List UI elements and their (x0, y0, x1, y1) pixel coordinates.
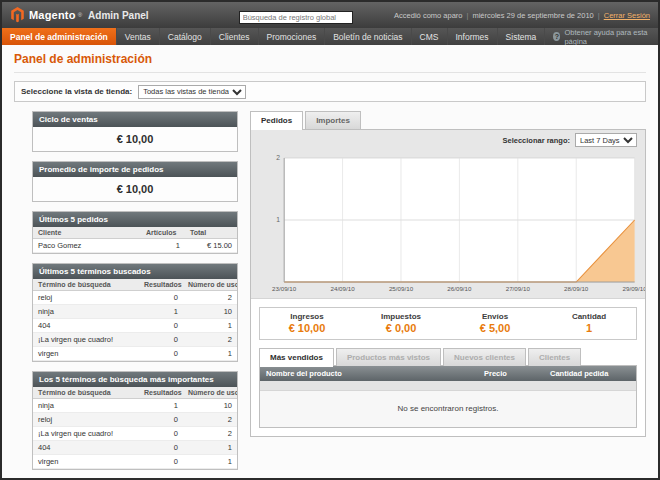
separator: | (466, 11, 468, 20)
store-view-label: Seleccione la vista de tienda: (21, 87, 132, 96)
table-row[interactable]: 404 0 1 (33, 319, 237, 333)
table-row[interactable]: ninja 1 10 (33, 305, 237, 319)
cell-results: 0 (139, 347, 183, 361)
cell-total: € 15.00 (185, 239, 237, 253)
nav-sistema[interactable]: Sistema (498, 28, 546, 45)
table-row[interactable]: 404 0 1 (33, 441, 237, 455)
empty-row-stripe (260, 381, 636, 391)
cell-uses: 2 (183, 427, 237, 441)
nav-cms[interactable]: CMS (412, 28, 448, 45)
tab-nuevos-clientes[interactable]: Nuevos clientes (443, 348, 526, 366)
tab-productos-mas-vistos[interactable]: Productos más vistos (336, 348, 441, 366)
box-title: Últimos 5 términos buscados (33, 264, 237, 279)
cell-results: 0 (139, 333, 183, 347)
nav-clientes[interactable]: Clientes (211, 28, 259, 45)
table-header-row: Término de búsqueda Resultados Número de… (33, 279, 237, 291)
help-link[interactable]: ? Obtener ayuda para esta página (545, 28, 658, 45)
cell-term: reloj (33, 413, 139, 427)
table-row[interactable]: Paco Gomez 1 € 15.00 (33, 239, 237, 253)
nav-ventas[interactable]: Ventas (117, 28, 160, 45)
svg-text:26/09/10: 26/09/10 (447, 285, 472, 292)
box-title: Ciclo de ventas (33, 112, 237, 127)
nav-catalogo[interactable]: Catálogo (160, 28, 211, 45)
stat-value: € 10,00 (262, 322, 352, 334)
table-row[interactable]: reloj 0 2 (33, 291, 237, 305)
table-row[interactable]: reloj 0 2 (33, 413, 237, 427)
stat-envios: Envíos € 5,00 (448, 308, 542, 339)
col-nombre-producto: Nombre del producto (260, 366, 478, 381)
col-resultados: Resultados (139, 279, 183, 291)
brand-name: Magento (29, 9, 76, 21)
cell-term: ninja (33, 399, 139, 413)
dashboard-columns: Ciclo de ventas € 10,00 Promedio de impo… (14, 111, 646, 478)
lifetime-sales-box: Ciclo de ventas € 10,00 (32, 111, 238, 152)
totals-bar: Ingresos € 10,00 Impuestos € 0,00 Envíos… (259, 307, 637, 340)
lifetime-sales-value: € 10,00 (33, 127, 237, 151)
tab-importes[interactable]: Importes (305, 111, 361, 129)
tab-mas-vendidos[interactable]: Más vendidos (259, 348, 334, 366)
stat-value: € 5,00 (450, 322, 540, 334)
brand-subtitle: Admin Panel (88, 10, 149, 21)
store-view-bar: Seleccione la vista de tienda: Todas las… (14, 81, 646, 102)
table-row[interactable]: ¡La virgen que cuadro! 0 2 (33, 427, 237, 441)
dashboard-main: Pedidos Importes Seleccionar rango: Last… (250, 111, 646, 437)
cell-uses: 1 (183, 347, 237, 361)
cell-term: virgen (33, 455, 139, 469)
average-orders-value: € 10,00 (33, 177, 237, 201)
help-icon: ? (553, 32, 560, 41)
magento-admin-window: Magento® Admin Panel Accedió como aparo … (0, 0, 660, 480)
top-search-terms-table: Término de búsqueda Resultados Número de… (33, 387, 237, 469)
global-search-input[interactable] (239, 11, 353, 24)
range-label: Seleccionar rango: (502, 136, 570, 145)
tab-pedidos[interactable]: Pedidos (250, 111, 303, 129)
svg-text:24/09/10: 24/09/10 (330, 285, 355, 292)
logout-link[interactable]: Cerrar Sesión (604, 11, 650, 20)
stat-label: Impuestos (356, 312, 446, 321)
last-orders-box: Últimos 5 pedidos Cliente Artículos Tota… (32, 211, 238, 254)
stat-value: 1 (544, 322, 634, 334)
svg-text:28/09/10: 28/09/10 (564, 285, 589, 292)
nav-boletin[interactable]: Boletín de noticias (325, 28, 411, 45)
svg-text:25/09/10: 25/09/10 (389, 285, 414, 292)
nav-panel-de-administracion[interactable]: Panel de administración (2, 28, 117, 45)
svg-text:29/09/10: 29/09/10 (623, 285, 645, 292)
col-usos: Número de usos (183, 279, 237, 291)
main-nav: Panel de administración Ventas Catálogo … (2, 28, 658, 45)
logged-in-as: Accedió como aparo (394, 11, 462, 20)
box-title: Los 5 términos de búsqueda más important… (33, 372, 237, 387)
cell-results: 0 (139, 413, 183, 427)
cell-uses: 2 (183, 333, 237, 347)
tab-clientes[interactable]: Clientes (528, 348, 581, 366)
svg-text:23/09/10: 23/09/10 (272, 285, 297, 292)
cell-uses: 1 (183, 441, 237, 455)
content-area: Panel de administración Seleccione la vi… (2, 45, 658, 478)
cell-items: 1 (141, 239, 185, 253)
col-termino: Término de búsqueda (33, 279, 139, 291)
cell-results: 0 (139, 319, 183, 333)
table-row[interactable]: virgen 0 1 (33, 455, 237, 469)
stat-label: Cantidad (544, 312, 634, 321)
store-view-select[interactable]: Todas las vistas de tienda (138, 85, 246, 99)
table-row[interactable]: virgen 0 1 (33, 347, 237, 361)
stat-cantidad: Cantidad 1 (542, 308, 636, 339)
cell-term: virgen (33, 347, 139, 361)
nav-informes[interactable]: Informes (448, 28, 498, 45)
cell-term: ninja (33, 305, 139, 319)
cell-results: 0 (139, 455, 183, 469)
range-select[interactable]: Last 7 Days (575, 133, 637, 147)
table-row[interactable]: ninja 1 10 (33, 399, 237, 413)
col-cantidad-pedida: Cantidad pedida (544, 366, 636, 381)
box-title: Promedio de importe de pedidos (33, 162, 237, 177)
stat-label: Ingresos (262, 312, 352, 321)
table-row[interactable]: ¡La virgen que cuadro! 0 2 (33, 333, 237, 347)
col-cliente: Cliente (33, 227, 141, 239)
separator: | (598, 11, 600, 20)
average-orders-box: Promedio de importe de pedidos € 10,00 (32, 161, 238, 202)
magento-logo-icon (10, 7, 25, 23)
cell-results: 1 (139, 305, 183, 319)
nav-promociones[interactable]: Promociones (259, 28, 326, 45)
page-title: Panel de administración (14, 52, 646, 73)
empty-message: No se encontraron registros. (260, 391, 636, 427)
cell-term: reloj (33, 291, 139, 305)
dashboard-tabs: Pedidos Importes (250, 111, 646, 129)
